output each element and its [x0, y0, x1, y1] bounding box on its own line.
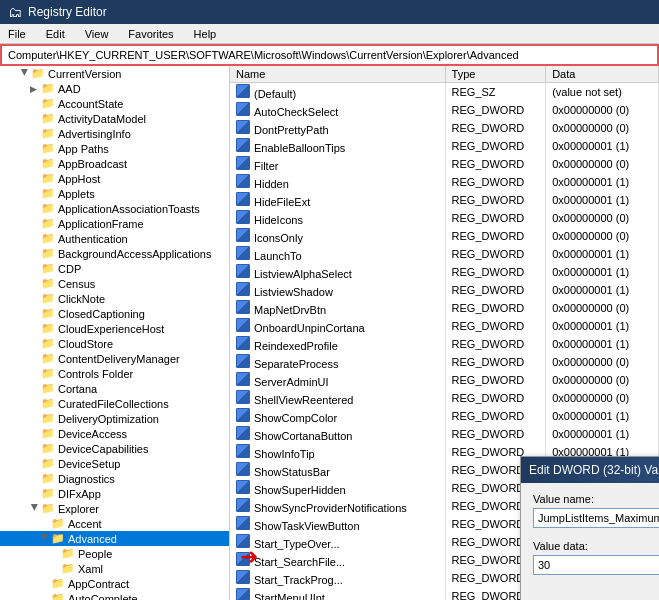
tree-item[interactable]: 📁 App Paths [0, 141, 229, 156]
tree-item[interactable]: 📁 ClickNote [0, 291, 229, 306]
cell-name: OnboardUnpinCortana [230, 317, 445, 335]
folder-icon: 📁 [40, 217, 56, 230]
tree-item[interactable]: 📁 DeviceAccess [0, 426, 229, 441]
table-row[interactable]: ListviewShadowREG_DWORD0x00000001 (1) [230, 281, 659, 299]
cell-data: 0x00000001 (1) [546, 281, 659, 299]
tree-label: Controls Folder [58, 368, 133, 380]
value-data-input[interactable] [533, 555, 659, 575]
menu-bar: FileEditViewFavoritesHelp [0, 24, 659, 44]
table-row[interactable]: EnableBalloonTipsREG_DWORD0x00000001 (1) [230, 137, 659, 155]
folder-icon: 📁 [40, 307, 56, 320]
tree-item[interactable]: 📁 AppHost [0, 171, 229, 186]
table-row[interactable]: (Default)REG_SZ(value not set) [230, 83, 659, 102]
tree-arrow: ▶ [40, 534, 50, 544]
folder-icon: 📁 [40, 97, 56, 110]
table-row[interactable]: OnboardUnpinCortanaREG_DWORD0x00000001 (… [230, 317, 659, 335]
table-row[interactable]: ShowCompColorREG_DWORD0x00000001 (1) [230, 407, 659, 425]
table-row[interactable]: HiddenREG_DWORD0x00000001 (1) [230, 173, 659, 191]
tree-item[interactable]: 📁 CloudExperienceHost [0, 321, 229, 336]
table-row[interactable]: AutoCheckSelectREG_DWORD0x00000000 (0) [230, 101, 659, 119]
menu-item-favorites[interactable]: Favorites [124, 27, 177, 41]
value-name-input[interactable] [533, 508, 659, 528]
edit-dword-dialog[interactable]: Edit DWORD (32-bit) Value ✕ Value name: … [520, 456, 659, 600]
tree-item[interactable]: 📁 DIFxApp [0, 486, 229, 501]
folder-icon: 📁 [50, 517, 66, 530]
table-row[interactable]: ReindexedProfileREG_DWORD0x00000001 (1) [230, 335, 659, 353]
tree-item[interactable]: 📁 ContentDeliveryManager [0, 351, 229, 366]
table-row[interactable]: MapNetDrvBtnREG_DWORD0x00000000 (0) [230, 299, 659, 317]
tree-item[interactable]: 📁 CloudStore [0, 336, 229, 351]
table-row[interactable]: ListviewAlphaSelectREG_DWORD0x00000001 (… [230, 263, 659, 281]
tree-item[interactable]: 📁 DeviceSetup [0, 456, 229, 471]
cell-data: 0x00000001 (1) [546, 137, 659, 155]
tree-item[interactable]: 📁 ClosedCaptioning [0, 306, 229, 321]
tree-item[interactable]: 📁 AdvertisingInfo [0, 126, 229, 141]
tree-item[interactable]: 📁 CuratedFileCollections [0, 396, 229, 411]
tree-item[interactable]: 📁 Diagnostics [0, 471, 229, 486]
tree-item[interactable]: 📁 Controls Folder [0, 366, 229, 381]
tree-label: Diagnostics [58, 473, 115, 485]
table-row[interactable]: IconsOnlyREG_DWORD0x00000000 (0) [230, 227, 659, 245]
tree-item[interactable]: 📁 AppContract [0, 576, 229, 591]
tree-item[interactable]: 📁 Authentication [0, 231, 229, 246]
table-row[interactable]: HideIconsREG_DWORD0x00000000 (0) [230, 209, 659, 227]
tree-label: CloudStore [58, 338, 113, 350]
tree-item[interactable]: 📁 Census [0, 276, 229, 291]
table-row[interactable]: ShowCortanaButtonREG_DWORD0x00000001 (1) [230, 425, 659, 443]
menu-item-edit[interactable]: Edit [42, 27, 69, 41]
tree-item[interactable]: ▶ 📁 Explorer [0, 501, 229, 516]
menu-item-help[interactable]: Help [190, 27, 221, 41]
tree-label: CuratedFileCollections [58, 398, 169, 410]
folder-icon: 📁 [50, 577, 66, 590]
tree-item[interactable]: 📁 ApplicationAssociationToasts [0, 201, 229, 216]
tree-label: AdvertisingInfo [58, 128, 131, 140]
cell-name: DontPrettyPath [230, 119, 445, 137]
table-row[interactable]: FilterREG_DWORD0x00000000 (0) [230, 155, 659, 173]
table-row[interactable]: DontPrettyPathREG_DWORD0x00000000 (0) [230, 119, 659, 137]
cell-data: 0x00000000 (0) [546, 227, 659, 245]
tree-item[interactable]: 📁 ActivityDataModel [0, 111, 229, 126]
tree-item[interactable]: 📁 AppBroadcast [0, 156, 229, 171]
reg-icon [236, 354, 250, 368]
tree-item[interactable]: 📁 ApplicationFrame [0, 216, 229, 231]
folder-icon: 📁 [40, 112, 56, 125]
table-row[interactable]: SeparateProcessREG_DWORD0x00000000 (0) [230, 353, 659, 371]
reg-icon [236, 426, 250, 440]
tree-item[interactable]: 📁 Applets [0, 186, 229, 201]
tree-item[interactable]: 📁 Accent [0, 516, 229, 531]
tree-item[interactable]: ▶ 📁 Advanced [0, 531, 229, 546]
tree-label: Accent [68, 518, 102, 530]
table-row[interactable]: ShellViewReenteredREG_DWORD0x00000000 (0… [230, 389, 659, 407]
table-row[interactable]: ServerAdminUIREG_DWORD0x00000000 (0) [230, 371, 659, 389]
folder-icon: 📁 [40, 457, 56, 470]
tree-item[interactable]: 📁 BackgroundAccessApplications [0, 246, 229, 261]
cell-name: Start_TrackProg... [230, 569, 445, 587]
cell-name: AutoCheckSelect [230, 101, 445, 119]
tree-item[interactable]: 📁 DeliveryOptimization [0, 411, 229, 426]
menu-item-view[interactable]: View [81, 27, 113, 41]
cell-name: ShowTaskViewButton [230, 515, 445, 533]
cell-data: 0x00000001 (1) [546, 191, 659, 209]
tree-item[interactable]: 📁 Cortana [0, 381, 229, 396]
tree-item[interactable]: 📁 People [0, 546, 229, 561]
tree-label: People [78, 548, 112, 560]
reg-icon [236, 390, 250, 404]
table-row[interactable]: LaunchToREG_DWORD0x00000001 (1) [230, 245, 659, 263]
tree-item[interactable]: ▶ 📁 AAD [0, 81, 229, 96]
tree-label: Applets [58, 188, 95, 200]
tree-panel[interactable]: ▶ 📁 CurrentVersion ▶ 📁 AAD 📁 AccountStat… [0, 66, 230, 600]
dialog-title-bar: Edit DWORD (32-bit) Value ✕ [521, 457, 659, 483]
tree-item[interactable]: 📁 CDP [0, 261, 229, 276]
tree-item[interactable]: 📁 DeviceCapabilities [0, 441, 229, 456]
tree-item[interactable]: 📁 AccountState [0, 96, 229, 111]
reg-icon [236, 372, 250, 386]
tree-label: DeliveryOptimization [58, 413, 159, 425]
value-data-label: Value data: [533, 540, 659, 552]
tree-item[interactable]: ▶ 📁 CurrentVersion [0, 66, 229, 81]
reg-icon [236, 408, 250, 422]
tree-item[interactable]: 📁 AutoComplete [0, 591, 229, 600]
table-row[interactable]: HideFileExtREG_DWORD0x00000001 (1) [230, 191, 659, 209]
tree-item[interactable]: 📁 Xaml [0, 561, 229, 576]
folder-icon: 📁 [40, 247, 56, 260]
menu-item-file[interactable]: File [4, 27, 30, 41]
